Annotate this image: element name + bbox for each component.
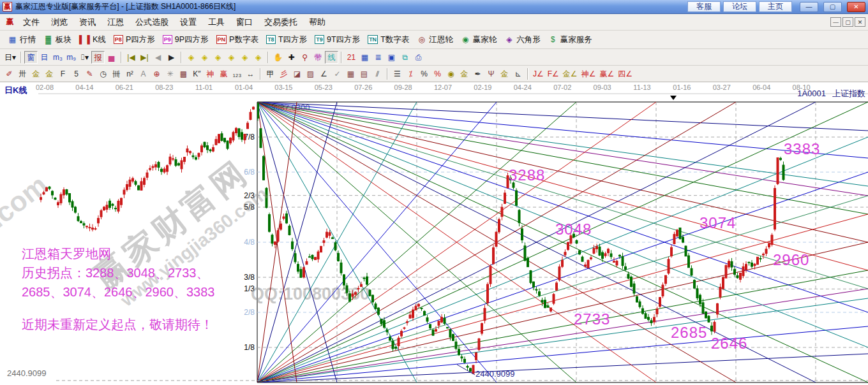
shen-angle-icon[interactable]: 神∠ [580,68,598,80]
gann-diamond-plus-icon[interactable]: ◈ [238,51,251,64]
gold-section-1-icon[interactable]: 金 [29,68,43,80]
slant-lines-icon[interactable]: ⫽ [371,68,384,80]
grid-lines-icon[interactable]: 卅 [16,68,29,80]
calendar-icon[interactable]: 21 [345,51,358,64]
gann-box-net-icon[interactable]: ▨ [304,68,317,80]
minimize-button[interactable]: — [800,2,818,12]
candle-style-dropdown-icon[interactable]: ⌷▾ [78,51,91,64]
snapshot-icon[interactable]: ⧉ [398,51,412,64]
toolbar-t-number-table[interactable]: TNT数字表 [364,33,413,47]
five-section-icon[interactable]: 5 [70,68,83,80]
header-button-主页[interactable]: 主页 [759,1,792,12]
fib-lines-icon[interactable]: F [56,68,70,80]
menu-浏览[interactable]: 浏览 [45,14,73,31]
menu-文件[interactable]: 文件 [17,14,45,31]
h-span-icon[interactable]: ↔ [244,68,257,80]
toolbar-t-square[interactable]: T8T四方形 [262,33,311,47]
save-icon[interactable]: ▣ [385,51,398,64]
crosshair-icon[interactable]: ✚ [285,51,298,64]
four-angle-icon[interactable]: 四∠ [616,68,634,80]
toolbar-kline[interactable]: ▌▐K线 [75,33,110,47]
toolbar-hexagon[interactable]: ◈六角形 [500,33,544,47]
alert-report-icon[interactable]: 报 [91,51,105,64]
toolbar-gann-wheel[interactable]: ◎江恩轮 [413,33,457,47]
ma-lines-3-icon[interactable]: m₃ [51,51,64,64]
grid-box2-icon[interactable]: ▤ [357,68,371,80]
gann-diamond-all-icon[interactable]: ◈ [251,51,265,64]
angle-measure-icon[interactable]: ⊾ [511,68,525,80]
f-angle-icon[interactable]: F∠ [546,68,561,80]
j-angle-icon[interactable]: J∠ [531,68,546,80]
pattern-window-icon[interactable]: 窗 [24,51,38,64]
check-line-icon[interactable]: ✓ [331,68,344,80]
header-button-客服[interactable]: 客服 [687,1,721,12]
toolbar-t9-square[interactable]: T99T四方形 [311,33,364,47]
toolbar-p9-square[interactable]: P99P四方形 [159,33,213,47]
draw-arrow-pen-icon[interactable]: ✐ [3,68,16,80]
toolbar-winner-wheel[interactable]: ◉赢家轮 [457,33,501,47]
draw-brush-icon[interactable]: ✎ [83,68,96,80]
radiate-star-icon[interactable]: ✳ [163,68,177,80]
ying-angle-icon[interactable]: 赢∠ [597,68,616,80]
gold-angle-icon[interactable]: 金∠ [561,68,580,80]
nav-last-icon[interactable]: ▶| [138,51,151,64]
k-note-icon[interactable]: K″ [190,68,204,80]
child-close-button[interactable]: ✕ [855,17,865,27]
child-restore-button[interactable]: ▢ [842,17,853,27]
color-volume-icon[interactable]: ▅ [105,51,118,64]
box-tool-icon[interactable]: 甲 [264,68,277,80]
toolbar-sectors[interactable]: ▓板块 [40,33,75,47]
menu-工具[interactable]: 工具 [202,14,230,31]
close-button[interactable]: ✕ [847,2,865,12]
menu-设置[interactable]: 设置 [174,14,202,31]
gann-diamond-right-icon[interactable]: ◈ [198,51,211,64]
zoom-inspect-icon[interactable]: ⚲ [298,51,311,64]
pattern-lines-icon[interactable]: 线 [325,51,338,64]
menu-窗口[interactable]: 窗口 [230,14,258,31]
toolbar-quotes[interactable]: ▦行情 [4,33,40,47]
nav-first-icon[interactable]: |◀ [124,51,138,64]
child-minimize-button[interactable]: — [830,17,841,27]
menu-交易委托[interactable]: 交易委托 [258,14,303,31]
memo-icon[interactable]: ≣ [371,51,385,64]
toolbar-winner-service[interactable]: $赢家服务 [544,33,596,47]
circle-target-icon[interactable]: ⊕ [150,68,163,80]
ink-marker-icon[interactable]: ✒ [471,68,484,80]
andrews-channel-icon[interactable]: A [137,68,150,80]
angle-line-icon[interactable]: ∠ [317,68,331,80]
percent-slash-icon[interactable]: ⁒ [404,68,417,80]
print-icon[interactable]: ⎙ [412,51,425,64]
ruler-123-icon[interactable]: ₁₂₃ [230,68,244,80]
gann-diamond-cross-icon[interactable]: ◈ [225,51,238,64]
gann-diamond-hsplit-icon[interactable]: ◈ [211,51,225,64]
ying-tool-icon[interactable]: 赢 [217,68,230,80]
nav-next-icon[interactable]: ▶ [165,51,178,64]
header-button-论坛[interactable]: 论坛 [723,1,756,12]
toolbar-p-square[interactable]: P8P四方形 [110,33,159,47]
kline-chart-canvas[interactable]: 02-0804-1406-2108-2311-0101-0403-1505-23… [0,82,868,385]
gold-circle-icon[interactable]: ◉ [444,68,458,80]
toolbar-p-number-table[interactable]: PNP数字表 [213,33,262,47]
period-daily-dropdown-icon[interactable]: 日▾ [3,51,18,64]
shen-tool-icon[interactable]: 神 [204,68,217,80]
ladder-table-icon[interactable]: ☰ [391,68,404,80]
report-list-icon[interactable]: 目 [38,51,51,64]
time-cycle-icon[interactable]: ◷ [96,68,110,80]
gold-level-icon[interactable]: 金 [458,68,471,80]
menu-帮助[interactable]: 帮助 [303,14,331,31]
tally-lines-icon[interactable]: 卌 [110,68,123,80]
gann-diamond-left-icon[interactable]: ◈ [184,51,198,64]
gann-fan-red-icon[interactable]: 彡 [277,68,290,80]
n-square-icon[interactable]: n² [123,68,137,80]
gann-box-fan-icon[interactable]: ◪ [290,68,304,80]
gold-box-icon[interactable]: 金 [498,68,511,80]
pan-hand-icon[interactable]: ✋ [271,51,285,64]
grid-dense-icon[interactable]: ▦ [344,68,357,80]
net-box-icon[interactable]: ▩ [177,68,190,80]
calculator-icon[interactable]: ▦ [358,51,371,64]
ma-lines-9-icon[interactable]: m₉ [64,51,78,64]
gold-section-2-icon[interactable]: 金 [43,68,56,80]
menu-江恩[interactable]: 江恩 [101,14,130,31]
menu-公式选股[interactable]: 公式选股 [130,14,174,31]
percent-icon[interactable]: % [417,68,431,80]
